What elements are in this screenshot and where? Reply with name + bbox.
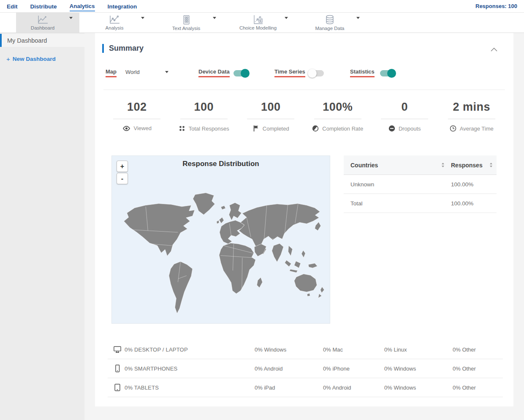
toolbar-item-manage-data[interactable]: Manage Data: [303, 13, 367, 33]
stat-completion-rate: 100% Completion Rate: [304, 96, 372, 132]
country-name: Total: [350, 200, 451, 207]
toolbar-item-choice-modelling[interactable]: Choice Modelling: [231, 13, 295, 33]
responses-count: Responses: 100: [475, 3, 517, 9]
sort-icon[interactable]: [442, 163, 444, 167]
time-series-control: Time Series: [274, 68, 305, 77]
database-icon: [325, 15, 335, 25]
stat-value: 100%: [304, 101, 372, 114]
stats-row: 102 Viewed 100 Total Responses 100: [103, 96, 505, 132]
zoom-in-button[interactable]: +: [117, 161, 128, 172]
time-series-label: Time Series: [274, 68, 305, 77]
column-header-responses: Responses: [451, 162, 483, 169]
sort-icon[interactable]: [490, 163, 492, 167]
stat-label: Average Time: [460, 125, 494, 132]
stat-value: 100: [237, 101, 304, 114]
device-stat: 0% Other: [453, 385, 503, 391]
stat-value: 2 mins: [438, 101, 505, 114]
map-control: Map: [106, 68, 117, 77]
summary-panel: Summary Map World Device Data Time Serie…: [95, 33, 513, 406]
stat-viewed: 102 Viewed: [103, 96, 171, 132]
statistics-toggle[interactable]: [380, 70, 395, 76]
device-category: 0% TABLETS: [125, 385, 255, 391]
scatter-chart-icon: [252, 15, 263, 25]
summary-controls: Map World Device Data Time Series Statis…: [95, 68, 513, 79]
tablet-icon: [113, 383, 125, 392]
column-header-countries: Countries: [350, 162, 378, 169]
toolbar-item-label: Manage Data: [315, 26, 344, 31]
stat-completed: 100 Completed: [237, 96, 304, 132]
stat-label: Dropouts: [399, 125, 421, 132]
device-data-control: Device Data: [198, 68, 230, 77]
minus-circle-icon: [388, 125, 395, 132]
device-stat: 0% Android: [323, 385, 384, 391]
half-circle-icon: [312, 125, 319, 132]
map-title: Response Distribution: [112, 160, 330, 168]
line-chart-points-icon: [109, 15, 120, 25]
stat-label: Completed: [263, 125, 289, 132]
country-responses: 100.00%: [451, 200, 492, 207]
stat-value: 102: [103, 101, 171, 114]
dots-grid-icon: [179, 125, 185, 132]
chevron-down-icon: [285, 19, 288, 27]
plus-icon: +: [6, 55, 10, 63]
device-stat: 0% Windows: [255, 346, 323, 353]
stat-dropouts: 0 Dropouts: [371, 96, 438, 132]
toolbar-item-label: Analysis: [106, 25, 124, 30]
chevron-down-icon: [141, 19, 144, 27]
countries-table: Countries Responses Unknown 100.00% Tota…: [344, 155, 497, 213]
device-stat: 0% Linux: [384, 346, 453, 353]
table-row-tablets: 0% TABLETS 0% iPad 0% Android 0% Windows…: [108, 378, 503, 397]
chevron-down-icon: [213, 19, 216, 27]
time-series-toggle[interactable]: [309, 70, 324, 76]
sidebar-item-label: My Dashboard: [7, 37, 47, 44]
device-stat: 0% Mac: [323, 346, 384, 353]
device-stat: 0% iPad: [255, 385, 323, 391]
nav-item-edit[interactable]: Edit: [7, 1, 18, 11]
device-data-toggle[interactable]: [233, 70, 249, 76]
chevron-down-icon: [165, 71, 168, 73]
response-distribution-map-panel: Response Distribution + -: [111, 155, 330, 324]
desktop-icon: [113, 346, 125, 353]
device-stat: 0% Windows: [384, 365, 453, 372]
device-data-table: 0% DESKTOP / LAPTOP 0% Windows 0% Mac 0%…: [108, 340, 503, 397]
device-stat: 0% Android: [255, 365, 323, 372]
statistics-label: Statistics: [350, 68, 375, 77]
toolbar-item-dashboard[interactable]: Dashboard: [16, 13, 79, 33]
device-stat: 0% Other: [453, 346, 503, 353]
chevron-down-icon: [69, 19, 73, 27]
divider: [103, 90, 505, 90]
line-chart-icon: [37, 15, 49, 25]
table-row: Unknown 100.00%: [344, 175, 497, 194]
nav-item-integration[interactable]: Integration: [108, 1, 137, 11]
nav-item-distribute[interactable]: Distribute: [30, 1, 57, 11]
chevron-down-icon: [356, 19, 360, 27]
stat-average-time: 2 mins Average Time: [438, 96, 505, 132]
sidebar-item-my-dashboard[interactable]: My Dashboard: [0, 34, 84, 47]
analytics-toolbar: Dashboard Analysis: [0, 13, 524, 33]
statistics-control: Statistics: [350, 68, 375, 77]
document-grid-icon: [181, 15, 191, 25]
world-map[interactable]: [114, 180, 328, 322]
map-region-select[interactable]: World: [125, 69, 168, 75]
table-row: Total 100.00%: [344, 194, 497, 213]
map-label: Map: [106, 68, 117, 77]
toolbar-item-text-analysis[interactable]: Text Analysis: [160, 13, 223, 33]
toolbar-item-label: Text Analysis: [172, 26, 200, 31]
country-name: Unknown: [350, 181, 451, 188]
new-dashboard-button[interactable]: + New Dashboard: [6, 55, 84, 63]
toolbar-item-analysis[interactable]: Analysis: [88, 13, 151, 33]
top-nav: Edit Distribute Analytics Integration Re…: [0, 0, 524, 13]
dashboard-sidebar: My Dashboard + New Dashboard: [0, 33, 84, 420]
table-row-desktop: 0% DESKTOP / LAPTOP 0% Windows 0% Mac 0%…: [108, 340, 503, 359]
section-title: Summary: [109, 44, 144, 53]
collapse-chevron-up-icon[interactable]: [490, 46, 498, 54]
device-stat: 0% iPhone: [323, 365, 384, 372]
country-responses: 100.00%: [451, 181, 492, 188]
nav-item-analytics[interactable]: Analytics: [70, 1, 95, 11]
device-category: 0% SMARTPHONES: [125, 365, 255, 372]
device-stat: 0% Windows: [384, 385, 453, 391]
smartphone-icon: [113, 364, 125, 373]
flag-icon: [252, 125, 259, 132]
table-row-smartphones: 0% SMARTPHONES 0% Android 0% iPhone 0% W…: [108, 359, 503, 378]
map-region-value: World: [125, 69, 140, 75]
